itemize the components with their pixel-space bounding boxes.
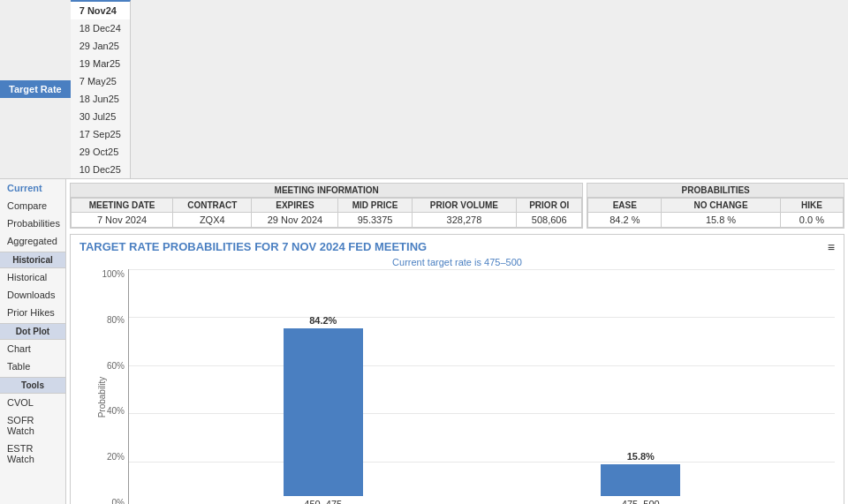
sidebar-item[interactable]: Current xyxy=(0,179,65,197)
y-axis-label: 100% xyxy=(102,269,125,279)
top-navigation: Target Rate 7 Nov2418 Dec2429 Jan2519 Ma… xyxy=(0,0,848,179)
sidebar-item[interactable]: SOFR Watch xyxy=(0,411,65,440)
meeting-col-value: 328,278 xyxy=(412,213,516,228)
date-tab[interactable]: 18 Jun25 xyxy=(71,90,131,108)
sidebar-item[interactable]: Downloads xyxy=(0,286,65,304)
bar-group: 84.2%450–475 xyxy=(284,315,363,504)
meeting-col-value: 95.3375 xyxy=(338,213,412,228)
sidebar-item[interactable]: Aggregated xyxy=(0,232,65,250)
date-tab[interactable]: 18 Dec24 xyxy=(71,19,131,37)
sidebar-item[interactable]: Prior Hikes xyxy=(0,304,65,321)
meeting-col-header: EXPIRES xyxy=(252,199,338,213)
meeting-col-value: 7 Nov 2024 xyxy=(72,213,173,228)
date-tab[interactable]: 19 Mar25 xyxy=(71,55,131,72)
date-tab[interactable]: 29 Oct25 xyxy=(71,143,131,161)
sidebar-item[interactable]: Chart xyxy=(0,340,65,357)
date-tab[interactable]: 7 Nov24 xyxy=(71,0,131,19)
date-tab[interactable]: 10 Dec25 xyxy=(71,161,131,178)
y-axis-label: 20% xyxy=(107,452,125,462)
y-axis-label: 60% xyxy=(107,361,125,371)
bars-inner: 84.2%450–47515.8%475–500 xyxy=(129,269,835,504)
sidebar-section-header: Tools xyxy=(0,377,65,394)
chart-title: TARGET RATE PROBABILITIES FOR 7 NOV 2024… xyxy=(71,235,844,255)
date-tab[interactable]: 7 May25 xyxy=(71,72,131,90)
date-tab[interactable]: 17 Sep25 xyxy=(71,125,131,143)
prob-col-value: 84.2 % xyxy=(588,213,662,228)
content-area: MEETING INFORMATION MEETING DATECONTRACT… xyxy=(66,179,848,504)
meeting-col-header: PRIOR OI xyxy=(517,199,582,213)
prob-info-block: PROBABILITIES EASENO CHANGEHIKE 84.2 %15… xyxy=(587,183,844,229)
sidebar-item[interactable]: Compare xyxy=(0,197,65,214)
prob-table-top: EASENO CHANGEHIKE 84.2 %15.8 %0.0 % xyxy=(587,198,844,228)
meeting-col-header: MID PRICE xyxy=(338,199,412,213)
chart-menu-icon[interactable]: ≡ xyxy=(828,240,835,254)
prob-col-header: NO CHANGE xyxy=(662,199,780,213)
bar-pct-label: 84.2% xyxy=(309,315,337,326)
meeting-col-header: MEETING DATE xyxy=(72,199,173,213)
prob-col-value: 0.0 % xyxy=(780,213,843,228)
target-rate-label: Target Rate xyxy=(0,80,71,98)
meeting-col-header: PRIOR VOLUME xyxy=(412,199,516,213)
y-axis-label: 0% xyxy=(112,498,125,504)
prob-col-value: 15.8 % xyxy=(662,213,780,228)
prob-title: PROBABILITIES xyxy=(587,184,844,198)
sidebar-item[interactable]: Table xyxy=(0,357,65,375)
meeting-col-value: 29 Nov 2024 xyxy=(252,213,338,228)
bar-pct-label: 15.8% xyxy=(627,451,655,462)
meeting-info-title: MEETING INFORMATION xyxy=(71,184,582,198)
sidebar-items: CurrentCompareProbabilitiesAggregatedHis… xyxy=(0,179,65,468)
sidebar-item[interactable]: Probabilities xyxy=(0,214,65,232)
bar-label: 475–500 xyxy=(622,499,660,504)
y-axis-label: 80% xyxy=(107,315,125,325)
sidebar-item[interactable]: ESTR Watch xyxy=(0,440,65,468)
bar-label: 450–475 xyxy=(304,499,342,504)
prob-col-header: EASE xyxy=(588,199,662,213)
meeting-info-block: MEETING INFORMATION MEETING DATECONTRACT… xyxy=(70,183,583,229)
date-tabs: 7 Nov2418 Dec2429 Jan2519 Mar257 May2518… xyxy=(71,0,131,178)
y-axis-label: 40% xyxy=(107,406,125,416)
meeting-col-value: ZQX4 xyxy=(173,213,252,228)
chart-subtitle: Current target rate is 475–500 xyxy=(71,255,844,269)
date-tab[interactable]: 30 Jul25 xyxy=(71,108,131,125)
meeting-col-header: CONTRACT xyxy=(173,199,252,213)
sidebar: CurrentCompareProbabilitiesAggregatedHis… xyxy=(0,179,66,504)
sidebar-item[interactable]: Historical xyxy=(0,268,65,286)
meeting-col-value: 508,606 xyxy=(517,213,582,228)
sidebar-section-header: Dot Plot xyxy=(0,323,65,340)
sidebar-section-header: Historical xyxy=(0,252,65,268)
bar xyxy=(284,328,363,496)
y-axis-labels: 100%80%60%40%20%0% xyxy=(102,269,125,504)
bar xyxy=(601,464,680,496)
date-tab[interactable]: 29 Jan25 xyxy=(71,37,131,55)
prob-col-header: HIKE xyxy=(780,199,843,213)
meeting-info-table: MEETING DATECONTRACTEXPIRESMID PRICEPRIO… xyxy=(71,198,582,228)
bar-group: 15.8%475–500 xyxy=(601,451,680,504)
chart-container: TARGET RATE PROBABILITIES FOR 7 NOV 2024… xyxy=(70,234,844,504)
sidebar-item[interactable]: CVOL xyxy=(0,394,65,411)
